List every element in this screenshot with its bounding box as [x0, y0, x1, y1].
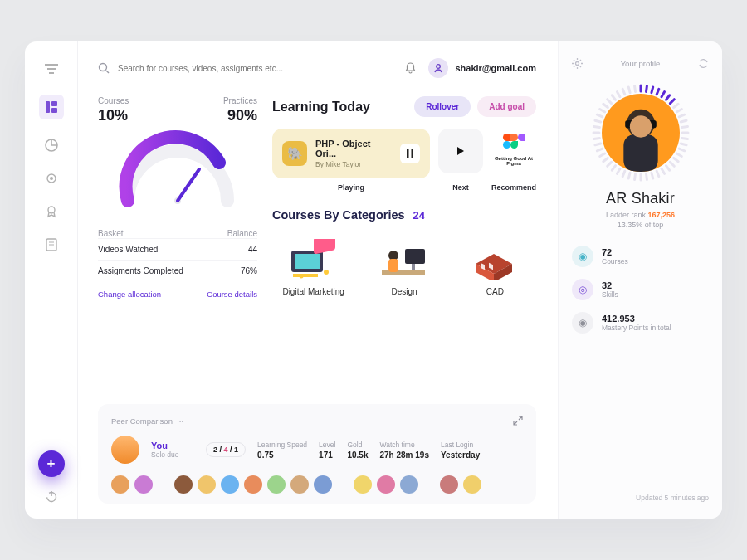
profile-stat-mastery: ◉ 412.953Mastery Points in total [572, 312, 709, 334]
peer-avatar[interactable] [290, 475, 309, 494]
stat-value: 171 [319, 450, 335, 460]
stat-value: 412.953 [602, 314, 671, 324]
nav-analytics[interactable] [44, 138, 59, 153]
peer-avatar[interactable] [244, 475, 262, 494]
next-card[interactable] [438, 129, 483, 173]
category-card-marketing[interactable]: Digital Marketing [272, 230, 354, 303]
svg-line-63 [612, 166, 615, 171]
stat-value: 27h 28m 19s [379, 450, 429, 460]
svg-line-62 [617, 168, 620, 173]
php-icon: 🐘 [282, 141, 307, 166]
search-input[interactable] [118, 64, 392, 73]
svg-line-68 [594, 144, 600, 145]
peer-more-icon[interactable]: ··· [177, 416, 183, 426]
rollover-button[interactable]: Rollover [414, 96, 471, 117]
stat-row: Assigments Completed 76% [98, 260, 257, 281]
stat-value: 10.5k [347, 450, 368, 460]
recommend-card[interactable]: Getting Good At Figma [491, 129, 536, 167]
peer-title: Peer Comparison [111, 416, 173, 426]
category-card-design[interactable]: Design [363, 230, 445, 303]
profile-rank: Ladder rank 167,256 [572, 211, 709, 219]
user-avatar-icon [428, 58, 448, 78]
svg-point-9 [100, 64, 107, 71]
refresh-icon[interactable] [698, 58, 709, 69]
peer-avatar[interactable] [267, 475, 286, 494]
profile-header-label: Your profile [621, 59, 661, 68]
nav-focus[interactable] [44, 171, 59, 186]
svg-line-81 [634, 85, 635, 91]
nav-archive[interactable] [44, 237, 59, 252]
stat-label: Learning Speed [257, 441, 307, 449]
svg-line-49 [679, 149, 684, 151]
svg-line-43 [679, 114, 684, 117]
expand-icon[interactable] [513, 416, 523, 426]
peer-avatar[interactable] [111, 475, 129, 494]
peer-avatar[interactable] [463, 475, 481, 494]
user-chip[interactable]: shakir@gmail.com [428, 58, 536, 78]
progress-gauge [98, 129, 257, 212]
course-details-link[interactable]: Course details [207, 290, 257, 299]
peer-avatars [111, 475, 523, 494]
recommend-title: Getting Good At Figma [491, 156, 536, 167]
svg-point-6 [48, 207, 55, 213]
record-chip: 2 / 4 / 1 [206, 442, 246, 457]
stat-label: Watch time [379, 441, 429, 449]
add-goal-button[interactable]: Add goal [477, 96, 536, 117]
add-button[interactable]: + [38, 450, 65, 477]
profile-top-pct: 13.35% of top [572, 221, 709, 229]
figma-icon [501, 129, 526, 153]
settings-icon[interactable] [572, 58, 583, 69]
peer-avatar[interactable] [354, 475, 372, 494]
svg-line-51 [673, 158, 678, 161]
svg-line-69 [593, 139, 599, 139]
you-avatar [111, 436, 139, 464]
peer-avatar[interactable] [440, 475, 458, 494]
nav-dashboard[interactable] [39, 95, 64, 119]
svg-line-64 [607, 162, 611, 166]
pause-button[interactable] [400, 144, 420, 163]
profile-name: AR Shakir [572, 190, 709, 207]
courses-percent: 10% [98, 107, 128, 124]
peer-avatar[interactable] [377, 475, 395, 494]
notifications-button[interactable] [400, 58, 420, 78]
category-label: Design [369, 287, 438, 296]
svg-rect-24 [382, 270, 425, 275]
svg-rect-17 [314, 239, 335, 255]
svg-line-38 [662, 92, 665, 97]
svg-rect-13 [407, 149, 409, 158]
svg-line-65 [603, 158, 608, 161]
peer-avatar[interactable] [134, 475, 153, 494]
menu-icon[interactable] [44, 61, 59, 76]
svg-line-52 [670, 162, 674, 166]
stat-value: 44 [248, 245, 257, 254]
svg-rect-16 [295, 254, 320, 269]
category-illustration [369, 236, 438, 282]
practices-percent: 90% [227, 107, 257, 124]
power-icon[interactable] [44, 489, 59, 504]
peer-avatar[interactable] [400, 475, 418, 494]
peer-avatar[interactable] [221, 475, 239, 494]
profile-avatar-ring [592, 84, 690, 182]
svg-line-55 [657, 171, 659, 176]
svg-line-37 [657, 89, 659, 94]
category-card-cad[interactable]: CAD [454, 230, 536, 303]
svg-line-41 [673, 104, 678, 107]
stat-value: 32 [602, 280, 618, 290]
peer-avatar[interactable] [174, 475, 193, 494]
playing-card[interactable]: 🐘 PHP - Object Ori... By Mike Taylor [272, 129, 430, 178]
categories-count: 24 [413, 209, 425, 222]
svg-line-66 [599, 153, 604, 157]
stat-label: Level [319, 441, 335, 449]
svg-rect-32 [497, 243, 501, 250]
stat-value: 76% [241, 266, 257, 275]
change-allocation-link[interactable]: Change allocation [98, 290, 161, 299]
stat-label: Skills [602, 290, 618, 299]
peer-avatar[interactable] [198, 475, 216, 494]
recommend-status: Recommend [491, 183, 536, 192]
nav-awards[interactable] [44, 204, 59, 219]
stat-label: Videos Watched [98, 245, 158, 254]
svg-line-45 [681, 127, 687, 128]
svg-line-79 [622, 89, 625, 94]
category-label: CAD [461, 287, 530, 296]
peer-avatar[interactable] [314, 475, 332, 494]
